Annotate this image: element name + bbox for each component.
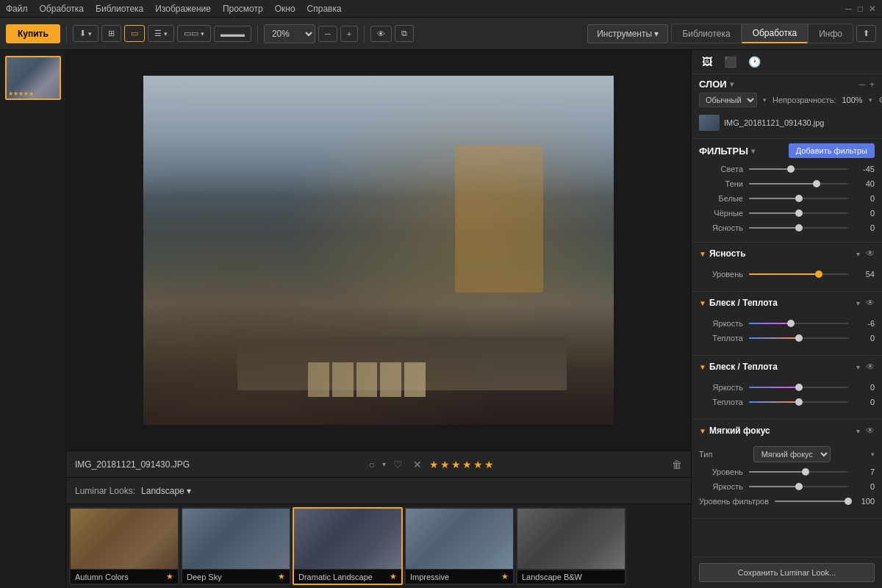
tools-button[interactable]: Инструменты ▾ bbox=[587, 24, 668, 43]
menu-library[interactable]: Библиотека bbox=[96, 4, 143, 14]
single-view-button[interactable]: ▭ bbox=[124, 25, 145, 42]
glow2-eye-icon[interactable]: 👁 bbox=[866, 362, 875, 372]
filter-level-track bbox=[775, 501, 848, 502]
slider-track-shadows bbox=[749, 183, 848, 184]
slider-whites[interactable] bbox=[749, 193, 848, 204]
filmstrip-button[interactable]: ▬▬▬ bbox=[214, 26, 251, 42]
eye-preview-button[interactable]: 👁 bbox=[370, 26, 392, 42]
circle-btn[interactable]: ○ bbox=[366, 457, 378, 472]
thumbnail-item[interactable]: ★★★★★ bbox=[5, 56, 61, 100]
menu-window[interactable]: Окно bbox=[275, 4, 295, 14]
film-label-dramatic: Dramatic Landscape bbox=[298, 573, 373, 581]
save-look-button[interactable]: Сохранить Luminar Look... bbox=[699, 563, 875, 582]
gear-icon[interactable]: ⚙ bbox=[878, 95, 882, 105]
list-view-button[interactable]: ☰ ▾ bbox=[148, 25, 174, 42]
zoom-in-button[interactable]: + bbox=[340, 26, 358, 42]
filmstrip-item-deepsky[interactable]: Deep Sky ★ bbox=[181, 507, 291, 585]
slider-thumb-blacks[interactable] bbox=[795, 209, 803, 217]
heart-btn[interactable]: ♡ bbox=[390, 457, 406, 472]
layers-plus-icon[interactable]: + bbox=[870, 79, 875, 90]
window-minimize[interactable]: ─ bbox=[845, 4, 852, 14]
menu-develop[interactable]: Обработка bbox=[40, 4, 85, 14]
filmstrip-item-bw[interactable]: Landscape B&W bbox=[516, 507, 626, 585]
soft-focus-brightness-slider[interactable] bbox=[749, 481, 848, 492]
slider-thumb-whites[interactable] bbox=[795, 195, 803, 202]
glow1-header[interactable]: ▼ Блеск / Теплота ▾ 👁 bbox=[692, 292, 882, 314]
clarity-collapse-arrow: ▼ bbox=[699, 250, 706, 258]
window-maximize[interactable]: □ bbox=[858, 4, 863, 14]
slider-clarity[interactable] bbox=[749, 223, 848, 233]
glow1-brightness-slider[interactable] bbox=[749, 318, 848, 329]
zoom-out-button[interactable]: ─ bbox=[318, 26, 337, 42]
filmstrip-item-dramatic[interactable]: Dramatic Landscape ★ bbox=[293, 507, 403, 585]
tab-library[interactable]: Библиотека bbox=[671, 24, 741, 43]
soft-focus-level-thumb[interactable] bbox=[802, 468, 809, 476]
soft-focus-type-select[interactable]: Мягкий фокус bbox=[753, 446, 831, 462]
slider-highlights[interactable] bbox=[749, 164, 848, 174]
glow1-warmth-value: 0 bbox=[854, 334, 875, 343]
clarity-level-thumb[interactable] bbox=[815, 270, 822, 278]
filmstrip-item-autumn[interactable]: Autumn Colors ★ bbox=[69, 507, 179, 585]
filter-level-slider[interactable] bbox=[775, 496, 848, 506]
glow2-brightness-track bbox=[749, 387, 848, 388]
export-button[interactable]: ⬆ bbox=[856, 25, 876, 42]
canvas-area[interactable] bbox=[66, 50, 691, 451]
layer-name: IMG_20181121_091430.jpg bbox=[724, 118, 875, 127]
layers-minus-icon[interactable]: ─ bbox=[858, 79, 865, 90]
soft-focus-eye-icon[interactable]: 👁 bbox=[866, 426, 875, 436]
clarity-level-slider[interactable] bbox=[749, 269, 848, 279]
add-filter-button[interactable]: Добавить фильтры bbox=[789, 143, 875, 158]
buy-button[interactable]: Купить bbox=[6, 24, 60, 43]
arrow-down-btn[interactable]: ▾ bbox=[382, 460, 386, 468]
glow1-warmth-thumb[interactable] bbox=[795, 334, 803, 342]
filters-title: ФИЛЬТРЫ ▾ bbox=[699, 146, 755, 157]
filmstrip-item-impressive[interactable]: Impressive ★ bbox=[404, 507, 514, 585]
download-button[interactable]: ⬇ ▾ bbox=[73, 25, 98, 42]
blend-mode-select[interactable]: Обычный bbox=[699, 93, 757, 107]
glow2-brightness-thumb[interactable] bbox=[795, 384, 803, 391]
trash-button[interactable]: 🗑 bbox=[672, 459, 682, 470]
filter-level-thumb[interactable] bbox=[845, 498, 852, 505]
slider-thumb-highlights[interactable] bbox=[787, 165, 795, 173]
film-label-row-deepsky: Deep Sky ★ bbox=[182, 570, 290, 584]
menu-file[interactable]: Файл bbox=[6, 4, 28, 14]
menu-help[interactable]: Справка bbox=[307, 4, 342, 14]
slider-fill-blacks bbox=[749, 212, 799, 214]
menu-image[interactable]: Изображение bbox=[155, 4, 211, 14]
clarity-header[interactable]: ▼ Ясность ▾ 👁 bbox=[692, 243, 882, 265]
list-icon: ☰ bbox=[154, 29, 162, 38]
window-close[interactable]: ✕ bbox=[869, 4, 876, 14]
compare-button[interactable]: ▭▭ ▾ bbox=[177, 25, 211, 42]
grid-view-button[interactable]: ⊞ bbox=[101, 25, 121, 42]
zoom-select[interactable]: 20% 50% 100% Fit bbox=[264, 24, 315, 43]
menu-view[interactable]: Просмотр bbox=[223, 4, 263, 14]
grid-icon: ⊞ bbox=[108, 29, 115, 38]
clarity-eye-icon[interactable]: 👁 bbox=[866, 248, 875, 259]
tab-develop[interactable]: Обработка bbox=[742, 24, 808, 43]
layers-panel-icons: ─ + bbox=[858, 79, 875, 90]
soft-focus-header[interactable]: ▼ Мягкий фокус ▾ 👁 bbox=[692, 420, 882, 442]
rating-stars[interactable]: ★★★★★★ bbox=[429, 459, 495, 470]
glow2-warmth-slider[interactable] bbox=[749, 397, 848, 407]
slider-blacks[interactable] bbox=[749, 208, 848, 218]
right-scroll-area[interactable]: ФИЛЬТРЫ ▾ Добавить фильтры Света bbox=[692, 139, 882, 556]
panel-tab-layers[interactable]: 🖼 bbox=[699, 54, 715, 69]
slider-thumb-clarity[interactable] bbox=[795, 224, 803, 232]
soft-focus-brightness-thumb[interactable] bbox=[795, 483, 803, 490]
slider-thumb-shadows[interactable] bbox=[813, 180, 820, 187]
split-view-button[interactable]: ⧉ bbox=[395, 25, 414, 42]
panel-tab-stack[interactable]: ⬛ bbox=[721, 54, 739, 69]
tab-info[interactable]: Инфо bbox=[808, 24, 853, 43]
glow2-header[interactable]: ▼ Блеск / Теплота ▾ 👁 bbox=[692, 356, 882, 378]
slider-shadows[interactable] bbox=[749, 179, 848, 189]
minus-icon: ─ bbox=[325, 29, 331, 38]
glow1-eye-icon[interactable]: 👁 bbox=[866, 298, 875, 308]
flag-btn[interactable]: ✕ bbox=[410, 457, 425, 472]
soft-focus-level-slider[interactable] bbox=[749, 467, 848, 477]
glow2-warmth-thumb[interactable] bbox=[795, 398, 803, 406]
glow1-warmth-slider[interactable] bbox=[749, 333, 848, 343]
glow1-brightness-thumb[interactable] bbox=[787, 320, 795, 327]
glow2-brightness-slider[interactable] bbox=[749, 382, 848, 392]
panel-tab-history[interactable]: 🕐 bbox=[745, 54, 764, 69]
looks-select[interactable]: Landscape ▾ bbox=[141, 486, 191, 496]
